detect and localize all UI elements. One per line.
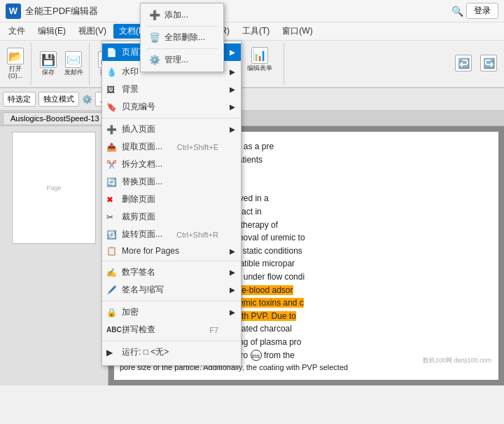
replace-icon: 🔄 — [106, 177, 117, 187]
encrypt-arrow: ▶ — [230, 308, 235, 316]
select-button[interactable]: 特选定 — [3, 92, 36, 107]
split-icon: ✂️ — [106, 160, 117, 170]
save-button[interactable]: 💾 保存 — [36, 46, 61, 81]
doc-dropdown-menu: 📄 页眉页脚 ▶ 💧 水印 ▶ 🖼 背景 ▶ 🔖 贝克编号 ▶ ➕ 插入页面 ▶… — [102, 41, 241, 366]
menu-rotate-page[interactable]: 🔃 旋转页面... Ctrl+Shift+R — [102, 226, 241, 243]
save-icon: 💾 — [40, 51, 57, 68]
submenu-delete-all[interactable]: 🗑️ 全部删除... — [141, 28, 223, 47]
menu-delete-page[interactable]: ✖ 删除页面 — [102, 191, 241, 208]
submenu-divider2 — [146, 48, 218, 49]
encrypt-label: 加密 — [122, 306, 139, 318]
file-tab[interactable]: Auslogics-BoostSpeed-13 — [3, 112, 107, 124]
submenu-divider — [146, 26, 218, 27]
spellcheck-label: 拼写检查 — [122, 324, 155, 336]
add-submenu-label: 添加... — [164, 9, 188, 21]
open-icon: 📂 — [7, 48, 24, 64]
menu-more-for-pages[interactable]: 📋 More for Pages ▶ — [102, 243, 241, 259]
delete-all-label: 全部删除... — [164, 32, 205, 43]
signature-icon: 🖊️ — [106, 285, 117, 295]
settings-icon: ⚙️ — [82, 95, 92, 104]
menu-window[interactable]: 窗口(W) — [276, 24, 318, 39]
left-panel: Page — [0, 126, 108, 385]
insert-page-icon: ➕ — [106, 125, 117, 135]
header-footer-submenu: ➕ 添加... 🗑️ 全部删除... ⚙️ 管理... — [140, 3, 224, 72]
delete-all-icon: 🗑️ — [149, 32, 160, 43]
watermark: 数机100网 danji100.com — [423, 356, 491, 366]
login-button[interactable]: 登录 — [466, 3, 498, 19]
digital-sign-arrow: ▶ — [230, 268, 235, 276]
watermark-arrow: ▶ — [230, 68, 235, 76]
menu-signature[interactable]: 🖊️ 签名与缩写 ▶ — [102, 281, 241, 299]
manage-icon: ⚙️ — [149, 55, 160, 65]
crop-label: 裁剪页面 — [122, 211, 155, 223]
redo-button[interactable]: ↪️ — [476, 46, 501, 81]
file-tab-bar: Auslogics-BoostSpeed-13 — [0, 111, 504, 126]
menu-digital-sign[interactable]: ✍️ 数字签名 ▶ — [102, 264, 241, 281]
background-arrow: ▶ — [230, 86, 235, 93]
content-area: Page adsorbs uremic toxins like indole a… — [0, 126, 504, 385]
toolbar-right: ↩️ ↪️ — [288, 46, 501, 81]
rotate-label: 旋转页面... — [122, 228, 162, 240]
menu-insert-page[interactable]: ➕ 插入页面 ▶ — [102, 121, 241, 138]
menu-run[interactable]: ▶ 运行: □ <无> — [102, 343, 241, 361]
titlebar: W 全能王PDF编辑器 🔍 登录 — [0, 0, 504, 22]
header-footer-icon: 📄 — [106, 48, 117, 57]
page-thumbnail: Page — [12, 132, 96, 244]
menu-encrypt[interactable]: 🔒 加密 ▶ — [102, 303, 241, 321]
menu-bates[interactable]: 🔖 贝克编号 ▶ — [102, 98, 241, 116]
extract-label: 提取页面... — [122, 141, 162, 153]
toolbar: 📂 打开(O)... 💾 保存 ✉️ 发邮件 🖨️ 打印 ☁️ 云盘 编辑内容 — [0, 41, 504, 88]
email-button[interactable]: ✉️ 发邮件 — [61, 46, 86, 81]
app-title: 全能王PDF编辑器 — [25, 5, 98, 18]
menu-split-doc[interactable]: ✂️ 拆分文档... — [102, 156, 241, 173]
run-label: 运行: □ <无> — [122, 346, 169, 358]
thumbnail-area: Page — [0, 126, 108, 249]
menu-extract-page[interactable]: 📤 提取页面... Ctrl+Shift+E — [102, 138, 241, 156]
toolbar-save-group: 💾 保存 ✉️ 发邮件 — [36, 43, 90, 85]
standalone-mode-button[interactable]: 独立模式 — [38, 92, 79, 107]
signature-arrow: ▶ — [230, 286, 235, 294]
menu-sign-section: ✍️ 数字签名 ▶ 🖊️ 签名与缩写 ▶ — [102, 261, 241, 301]
undo-button[interactable]: ↩️ — [451, 46, 476, 81]
more-pages-icon: 📋 — [106, 246, 117, 256]
insert-page-label: 插入页面 — [122, 123, 155, 135]
bates-arrow: ▶ — [230, 103, 235, 111]
more-pages-label: More for Pages — [122, 246, 179, 256]
menu-file[interactable]: 文件 — [3, 24, 31, 39]
background-label: 背景 — [122, 83, 139, 95]
submenu-add[interactable]: ➕ 添加... — [141, 6, 223, 25]
menu-spellcheck[interactable]: ABC 拼写检查 F7 — [102, 321, 241, 338]
edit-table-button[interactable]: 📊 编辑表单 — [239, 42, 281, 77]
menu-crop-page[interactable]: ✂ 裁剪页面 — [102, 208, 241, 226]
menu-view[interactable]: 视图(V) — [73, 24, 112, 39]
watermark-label: 水印 — [122, 66, 139, 78]
manage-label: 管理... — [164, 54, 188, 66]
menu-edit[interactable]: 编辑(E) — [32, 24, 71, 39]
background-icon: 🖼 — [106, 85, 115, 95]
bates-label: 贝克编号 — [122, 101, 155, 113]
bates-icon: 🔖 — [106, 102, 117, 112]
delete-page-label: 删除页面 — [122, 193, 155, 205]
toolbar2: 特选定 独立模式 ⚙️ 属性(P)... — [0, 88, 504, 111]
submenu-manage[interactable]: ⚙️ 管理... — [141, 50, 223, 69]
titlebar-right: 🔍 登录 — [451, 3, 498, 19]
open-button[interactable]: 📂 打开(O)... — [3, 46, 28, 81]
menu-run-section: ▶ 运行: □ <无> — [102, 341, 241, 363]
delete-page-icon: ✖ — [106, 195, 113, 205]
rotate-shortcut: Ctrl+Shift+R — [176, 231, 232, 239]
menu-pages-section: ➕ 插入页面 ▶ 📤 提取页面... Ctrl+Shift+E ✂️ 拆分文档.… — [102, 118, 241, 261]
toolbar-open-group: 📂 打开(O)... — [3, 43, 31, 85]
menu-replace-page[interactable]: 🔄 替换页面... — [102, 173, 241, 191]
split-label: 拆分文档... — [122, 158, 162, 170]
logo-text: W — [9, 6, 18, 16]
digital-sign-label: 数字签名 — [122, 266, 155, 278]
menu-tools[interactable]: 工具(T) — [237, 24, 275, 39]
replace-label: 替换页面... — [122, 176, 162, 188]
redo-icon: ↪️ — [480, 55, 497, 71]
email-icon: ✉️ — [65, 51, 82, 68]
add-submenu-icon: ➕ — [149, 10, 160, 20]
spellcheck-shortcut: F7 — [209, 326, 232, 334]
menu-encrypt-section: 🔒 加密 ▶ ABC 拼写检查 F7 — [102, 301, 241, 341]
signature-label: 签名与缩写 — [122, 284, 164, 296]
menu-background[interactable]: 🖼 背景 ▶ — [102, 81, 241, 98]
